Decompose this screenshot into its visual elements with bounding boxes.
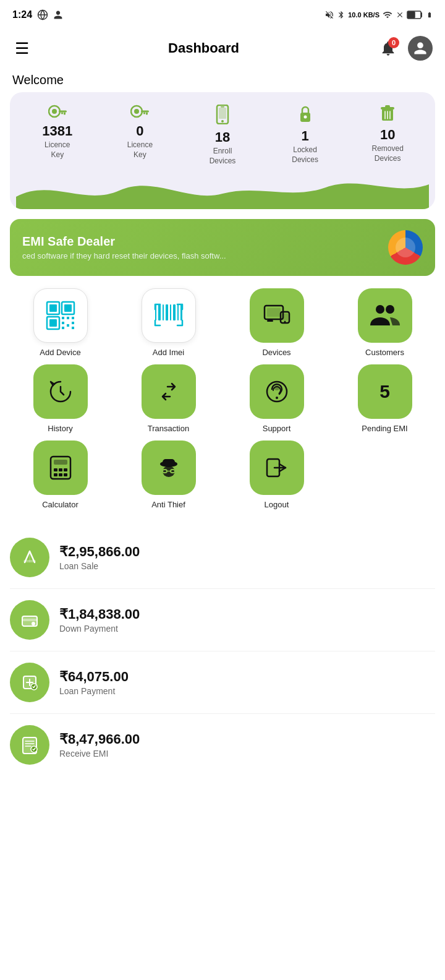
menu-item-logout[interactable]: Logout bbox=[226, 441, 327, 509]
calculator-icon bbox=[44, 452, 77, 484]
svg-rect-62 bbox=[64, 468, 67, 471]
time-display: 1:24 bbox=[12, 9, 32, 20]
menu-item-customers[interactable]: Customers bbox=[334, 288, 435, 357]
menu-item-anti-thief[interactable]: Anti Thief bbox=[118, 441, 219, 509]
customers-label: Customers bbox=[365, 348, 404, 357]
menu-item-add-device[interactable]: Add Device bbox=[10, 288, 111, 357]
status-right-area: 10.0 KB/S bbox=[324, 10, 433, 20]
stat-licence-key-1381[interactable]: 1381 LicenceKey bbox=[16, 105, 99, 160]
svg-point-18 bbox=[303, 116, 307, 119]
menu-item-history[interactable]: History bbox=[10, 364, 111, 433]
menu-item-calculator[interactable]: Calculator bbox=[10, 441, 111, 509]
stat-enroll-devices[interactable]: 18 EnrollDevices bbox=[181, 105, 264, 166]
svg-rect-40 bbox=[158, 304, 161, 320]
user-avatar[interactable] bbox=[408, 36, 433, 61]
svg-rect-10 bbox=[141, 111, 149, 113]
stat-locked-devices[interactable]: 1 LockedDevices bbox=[264, 105, 347, 165]
menu-item-transaction[interactable]: Transaction bbox=[118, 364, 219, 433]
svg-rect-48 bbox=[267, 308, 281, 317]
financial-item-loan-sale[interactable]: ₹2,95,866.00 Loan Sale bbox=[10, 527, 435, 589]
loan-payment-icon bbox=[10, 663, 49, 702]
hamburger-icon: ☰ bbox=[15, 39, 29, 58]
menu-item-pending-emi[interactable]: 5 Pending EMI bbox=[334, 364, 435, 433]
history-icon bbox=[44, 376, 77, 408]
stat-number-1: 1 bbox=[301, 129, 308, 143]
menu-button[interactable]: ☰ bbox=[12, 37, 32, 61]
svg-rect-32 bbox=[67, 317, 69, 319]
stat-number-0: 0 bbox=[136, 124, 143, 138]
svg-rect-38 bbox=[72, 327, 74, 329]
battery-icon bbox=[407, 11, 424, 19]
svg-rect-65 bbox=[64, 473, 67, 476]
wifi-icon bbox=[382, 10, 393, 20]
svg-point-53 bbox=[376, 305, 384, 314]
mute-icon bbox=[324, 10, 334, 20]
customers-icon-box bbox=[358, 288, 412, 343]
header: ☰ Dashboard 0 bbox=[0, 30, 445, 67]
stat-number-18: 18 bbox=[215, 131, 230, 144]
customers-icon bbox=[369, 299, 401, 332]
banner-title: EMI Safe Dealer bbox=[22, 234, 226, 249]
logout-icon-box bbox=[250, 441, 304, 495]
stat-label-removed: RemovedDevices bbox=[371, 144, 403, 163]
pending-emi-label: Pending EMI bbox=[362, 424, 407, 433]
barcode-icon bbox=[153, 299, 185, 332]
stat-licence-key-0[interactable]: 0 LicenceKey bbox=[99, 105, 182, 160]
notification-badge: 0 bbox=[388, 37, 399, 48]
svg-rect-7 bbox=[61, 113, 63, 114]
globe-icon bbox=[37, 9, 48, 20]
stat-number-10: 10 bbox=[380, 128, 395, 142]
notification-button[interactable]: 0 bbox=[376, 36, 400, 61]
svg-point-56 bbox=[276, 397, 278, 399]
logout-icon bbox=[261, 452, 293, 484]
stat-removed-devices[interactable]: 10 RemovedDevices bbox=[346, 105, 429, 163]
receive-emi-text: ₹8,47,966.00 Receive EMI bbox=[59, 731, 140, 759]
stat-label-licence-key-2: LicenceKey bbox=[127, 140, 153, 160]
stat-label-enroll: EnrollDevices bbox=[210, 147, 236, 166]
transaction-label: Transaction bbox=[148, 424, 189, 433]
svg-rect-43 bbox=[170, 304, 171, 320]
stats-row: 1381 LicenceKey 0 LicenceKey bbox=[16, 105, 429, 172]
loan-payment-label: Loan Payment bbox=[59, 686, 129, 696]
svg-rect-33 bbox=[72, 317, 74, 319]
svg-rect-34 bbox=[62, 322, 64, 324]
down-payment-icon bbox=[10, 600, 49, 640]
financial-item-loan-payment[interactable]: ₹64,075.00 Loan Payment bbox=[10, 651, 435, 714]
svg-rect-21 bbox=[385, 105, 390, 108]
network-speed: 10.0 KB/S bbox=[348, 11, 379, 19]
avatar-icon bbox=[413, 41, 428, 56]
status-time-area: 1:24 bbox=[12, 9, 63, 20]
svg-rect-6 bbox=[64, 113, 66, 115]
down-payment-text: ₹1,84,838.00 Down Payment bbox=[59, 606, 140, 634]
menu-item-add-imei[interactable]: Add Imei bbox=[118, 288, 219, 357]
charging-icon bbox=[426, 10, 433, 20]
stats-wave bbox=[16, 172, 429, 209]
menu-item-devices[interactable]: Devices bbox=[226, 288, 327, 357]
svg-point-4 bbox=[52, 109, 57, 114]
svg-point-15 bbox=[221, 120, 224, 123]
key-icon-1 bbox=[48, 105, 67, 121]
pending-emi-icon-box: 5 bbox=[358, 364, 412, 419]
down-payment-label: Down Payment bbox=[59, 624, 140, 634]
stat-label-locked: LockedDevices bbox=[292, 145, 318, 165]
svg-rect-5 bbox=[59, 111, 67, 113]
svg-rect-31 bbox=[62, 317, 64, 319]
welcome-message: Welcome bbox=[0, 67, 445, 92]
financial-item-receive-emi[interactable]: ₹8,47,966.00 Receive EMI bbox=[10, 714, 435, 776]
calculator-label: Calculator bbox=[42, 500, 78, 509]
banner-subtitle: ced software if they hard reset their de… bbox=[22, 251, 226, 260]
svg-rect-35 bbox=[72, 322, 74, 324]
support-icon-box bbox=[250, 364, 304, 419]
lock-icon bbox=[297, 105, 313, 126]
trash-icon bbox=[380, 105, 395, 124]
menu-item-support[interactable]: Support bbox=[226, 364, 327, 433]
emi-banner[interactable]: EMI Safe Dealer ced software if they har… bbox=[10, 219, 435, 276]
svg-rect-59 bbox=[54, 460, 67, 465]
pending-emi-number: 5 bbox=[379, 381, 390, 402]
history-icon-box bbox=[33, 364, 88, 419]
svg-rect-16 bbox=[221, 106, 224, 108]
x-icon bbox=[396, 11, 404, 19]
financial-item-down-payment[interactable]: ₹1,84,838.00 Down Payment bbox=[10, 589, 435, 651]
loan-sale-text: ₹2,95,866.00 Loan Sale bbox=[59, 544, 140, 571]
transaction-icon bbox=[153, 376, 185, 408]
